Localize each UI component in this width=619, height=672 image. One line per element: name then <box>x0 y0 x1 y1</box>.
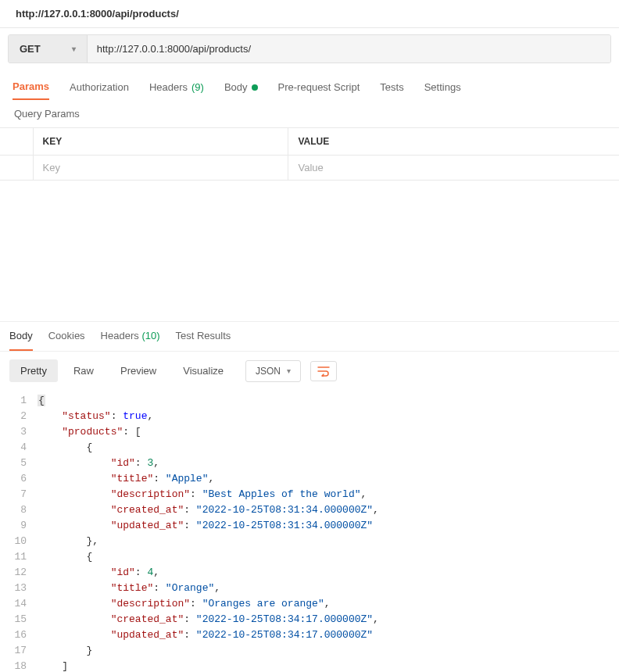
query-params-table: KEY VALUE Key Value <box>0 127 619 181</box>
line-number: 13 <box>0 581 38 596</box>
body-modified-dot-icon <box>252 84 258 91</box>
code-line: 3 "products": [ <box>0 424 619 440</box>
line-number: 15 <box>0 612 38 627</box>
request-bar: GET ▾ <box>8 34 611 63</box>
response-tabs: Body Cookies Headers (10) Test Results <box>0 321 619 352</box>
chevron-down-icon: ▾ <box>287 366 291 375</box>
params-key-header: KEY <box>33 128 288 155</box>
view-mode-raw[interactable]: Raw <box>63 359 105 382</box>
line-number: 12 <box>0 565 38 581</box>
chevron-down-icon: ▾ <box>72 45 76 53</box>
params-row-checkbox[interactable] <box>0 155 33 181</box>
line-number: 7 <box>0 487 38 502</box>
tab-headers-label: Headers <box>149 81 188 93</box>
code-line: 16 "updated_at": "2022-10-25T08:34:17.00… <box>0 627 619 643</box>
response-tab-test-results[interactable]: Test Results <box>176 322 231 351</box>
params-checkbox-header <box>0 128 33 155</box>
code-line: 13 "title": "Orange", <box>0 581 619 596</box>
response-body-viewer[interactable]: 1{2 "status": true,3 "products": [4 {5 "… <box>0 390 619 672</box>
line-number: 10 <box>0 534 38 549</box>
code-line: 5 "id": 3, <box>0 456 619 471</box>
line-number: 5 <box>0 456 38 471</box>
tab-settings[interactable]: Settings <box>424 74 461 100</box>
code-line: 17 } <box>0 643 619 659</box>
response-tab-body[interactable]: Body <box>9 322 33 351</box>
view-mode-pretty[interactable]: Pretty <box>9 359 58 382</box>
response-headers-label: Headers <box>101 330 139 341</box>
code-line: 18 ] <box>0 659 619 672</box>
line-number: 4 <box>0 440 38 456</box>
params-value-input[interactable]: Value <box>288 155 619 181</box>
headers-count-badge: (9) <box>191 81 204 93</box>
line-number: 11 <box>0 549 38 565</box>
params-key-input[interactable]: Key <box>33 155 288 181</box>
http-method-select[interactable]: GET ▾ <box>9 35 88 63</box>
code-line: 15 "created_at": "2022-10-25T08:34:17.00… <box>0 612 619 627</box>
tab-body[interactable]: Body <box>224 74 258 100</box>
response-tab-headers[interactable]: Headers (10) <box>101 322 160 351</box>
code-line: 10 }, <box>0 534 619 549</box>
line-number: 14 <box>0 596 38 612</box>
code-line: 2 "status": true, <box>0 409 619 424</box>
code-line: 9 "updated_at": "2022-10-25T08:31:34.000… <box>0 518 619 534</box>
line-number: 16 <box>0 627 38 643</box>
code-line: 1{ <box>0 393 619 409</box>
code-line: 6 "title": "Apple", <box>0 471 619 487</box>
response-tab-cookies[interactable]: Cookies <box>48 322 85 351</box>
request-tab-title[interactable]: http://127.0.0.1:8000/api/products/ <box>0 0 619 28</box>
request-config-tabs: Params Authorization Headers (9) Body Pr… <box>0 74 619 100</box>
table-row[interactable]: Key Value <box>0 155 619 181</box>
line-number: 3 <box>0 424 38 440</box>
response-toolbar: Pretty Raw Preview Visualize JSON ▾ <box>0 352 619 390</box>
line-number: 6 <box>0 471 38 487</box>
code-line: 11 { <box>0 549 619 565</box>
tab-tests[interactable]: Tests <box>380 74 403 100</box>
tab-prerequest[interactable]: Pre-request Script <box>278 74 360 100</box>
response-format-select[interactable]: JSON ▾ <box>245 360 301 382</box>
params-value-header: VALUE <box>288 128 619 155</box>
tab-params[interactable]: Params <box>13 74 49 100</box>
wrap-lines-button[interactable] <box>310 361 337 381</box>
line-number: 8 <box>0 502 38 518</box>
line-number: 2 <box>0 409 38 424</box>
tab-headers[interactable]: Headers (9) <box>149 74 204 100</box>
code-line: 8 "created_at": "2022-10-25T08:31:34.000… <box>0 502 619 518</box>
code-line: 12 "id": 4, <box>0 565 619 581</box>
line-number: 18 <box>0 659 38 672</box>
code-line: 14 "description": "Oranges are orange", <box>0 596 619 612</box>
response-format-label: JSON <box>256 366 281 377</box>
view-mode-preview[interactable]: Preview <box>109 359 167 382</box>
line-number: 1 <box>0 393 38 409</box>
tab-authorization[interactable]: Authorization <box>70 74 129 100</box>
request-url-input[interactable] <box>88 35 610 63</box>
line-number: 9 <box>0 518 38 534</box>
http-method-label: GET <box>20 43 41 55</box>
wrap-icon <box>317 366 330 377</box>
view-mode-visualize[interactable]: Visualize <box>172 359 234 382</box>
code-line: 7 "description": "Best Apples of the wor… <box>0 487 619 502</box>
line-number: 17 <box>0 643 38 659</box>
code-line: 4 { <box>0 440 619 456</box>
response-headers-count: (10) <box>141 330 159 341</box>
query-params-label: Query Params <box>0 100 619 127</box>
tab-body-label: Body <box>224 81 248 93</box>
